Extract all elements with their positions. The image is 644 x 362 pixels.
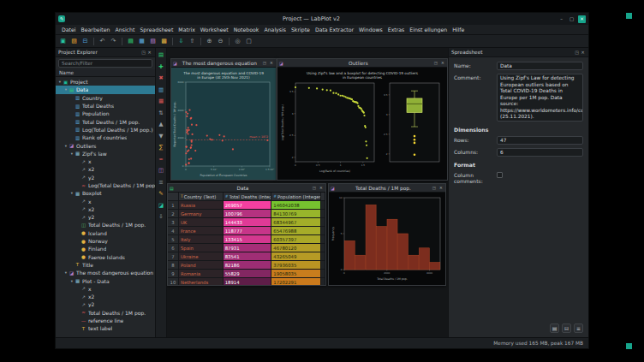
insert-row-icon[interactable]: ✚ xyxy=(157,62,165,71)
tree-column-header[interactable]: Name xyxy=(56,69,155,77)
dock-float-icon[interactable]: ◳ xyxy=(140,50,146,55)
row-number-cell[interactable]: 3 xyxy=(168,218,179,227)
import-data-icon[interactable]: ⇩ xyxy=(176,37,186,46)
tree-item-iceland[interactable]: ●Iceland xyxy=(56,229,155,237)
row-number-cell[interactable]: 9 xyxy=(168,270,179,278)
population-cell[interactable]: 65476988 xyxy=(271,227,321,235)
deaths-cell[interactable]: 144433 xyxy=(224,218,272,227)
tree-item-faeroe-islands[interactable]: ●Faeroe Islands xyxy=(56,253,155,261)
save-project-icon[interactable]: ⊟ xyxy=(80,37,90,46)
subwindow-float-icon[interactable]: ◳ xyxy=(312,186,317,190)
column-header-item[interactable] xyxy=(168,193,179,201)
spreadsheet-table[interactable]: TCountry (Text)#Total Deaths (Integer)#P… xyxy=(168,193,325,285)
redo-icon[interactable]: ↷ xyxy=(109,37,118,46)
edit-icon[interactable]: ✎ xyxy=(157,189,165,198)
tree-item-log-total-deaths-1m-pop[interactable]: ≈Log(Total Deaths / 1M pop.) xyxy=(56,181,155,189)
population-cell[interactable]: 17202291 xyxy=(271,278,321,285)
new-worksheet-icon[interactable]: ▧ xyxy=(148,37,158,46)
deaths-cell[interactable]: 118777 xyxy=(224,227,272,235)
subwindow-data-spreadsheet[interactable]: ▤ Data ◳ ✕ TCountry (Text)#Total Deaths … xyxy=(167,183,326,286)
worksheet-view[interactable]: The most dangerous equation and COVID-19… xyxy=(171,68,276,180)
country-cell[interactable]: Russia xyxy=(179,201,224,210)
subwindow-float-icon[interactable]: ◳ xyxy=(432,186,437,190)
close-button[interactable]: ✕ xyxy=(578,15,586,23)
deaths-cell[interactable]: 100796 xyxy=(224,210,272,218)
undo-icon[interactable]: ↶ xyxy=(98,37,107,46)
zoom-out-icon[interactable]: ⊖ xyxy=(216,37,225,46)
menu-analysis[interactable]: Analysis xyxy=(261,27,289,33)
row-number-cell[interactable]: 6 xyxy=(168,244,179,252)
tree-item-x[interactable]: ↗x xyxy=(56,197,155,205)
menu-bearbeiten[interactable]: Bearbeiten xyxy=(79,27,113,33)
subwindow-float-icon[interactable]: ◳ xyxy=(433,61,438,65)
subwindow-titlebar[interactable]: ◪ Outliers ◳ ✕ xyxy=(277,59,447,68)
sort-descending-icon[interactable]: ▼ xyxy=(157,132,165,140)
normalize-icon[interactable]: ≡ xyxy=(157,178,165,187)
tree-item-data[interactable]: ▾▤Data xyxy=(56,86,155,93)
tree-item-x2[interactable]: ↗x2 xyxy=(56,293,155,300)
country-cell[interactable]: Ukraine xyxy=(179,252,224,261)
menu-windows[interactable]: Windows xyxy=(356,27,385,33)
subwindow-outliers[interactable]: ◪ Outliers ◳ ✕ Using Zipf's law and a bo… xyxy=(277,58,448,181)
name-field[interactable]: Data xyxy=(497,62,583,70)
deaths-cell[interactable]: 133415 xyxy=(224,235,272,244)
row-number-cell[interactable]: 7 xyxy=(168,252,179,261)
tree-item-total-deaths-1m-pop[interactable]: ▥Total Deaths / 1M pop. xyxy=(56,117,155,125)
menu-extras[interactable]: Extras xyxy=(385,27,408,33)
tree-item-the-most-dangerous-equation[interactable]: ▾◪The most dangerous equation xyxy=(56,269,155,276)
new-notebook-icon[interactable]: ▩ xyxy=(159,37,169,46)
population-cell[interactable]: 68344967 xyxy=(271,218,321,227)
worksheet-view[interactable]: 0510020004000Total Deaths / 1M pop.Frequ… xyxy=(329,193,445,285)
row-number-cell[interactable]: 1 xyxy=(168,201,179,210)
project-explorer-header[interactable]: Project Explorer ◳ ✕ xyxy=(56,48,155,57)
column-comments-checkbox[interactable] xyxy=(497,172,503,178)
tree-item-x2[interactable]: ↗x2 xyxy=(56,205,155,213)
population-cell[interactable]: 37936035 xyxy=(271,261,321,270)
deaths-cell[interactable]: 87931 xyxy=(224,244,272,252)
mask-values-icon[interactable]: ◫ xyxy=(157,166,165,175)
tree-item-outliers[interactable]: ▾◪Outliers xyxy=(56,141,155,149)
menu-einst-ellungen[interactable]: Einst ellungen xyxy=(407,27,450,33)
subwindow-titlebar[interactable]: ◪ Total Deaths / 1M pop. ◳ ✕ xyxy=(329,184,445,193)
new-project-icon[interactable]: ▣ xyxy=(58,37,68,46)
formula-icon[interactable]: ≈ xyxy=(157,155,165,163)
tree-item-y2[interactable]: ↗y2 xyxy=(56,174,155,181)
export-data-icon[interactable]: ⇧ xyxy=(188,37,197,46)
tree-item-text-label[interactable]: Ttext label xyxy=(56,324,155,332)
navigate-icon[interactable]: ◎ xyxy=(233,37,242,46)
zoom-in-icon[interactable]: ⊕ xyxy=(205,37,214,46)
comment-field[interactable]: Using Zipf's Law for detecting European … xyxy=(497,74,583,122)
tree-item-population[interactable]: ▥Population xyxy=(56,110,155,117)
column-header-country-text[interactable]: TCountry (Text) xyxy=(179,193,224,201)
load-template-icon[interactable]: ▤ xyxy=(550,323,559,333)
tree-item-plot-data[interactable]: ▾▦Plot - Data xyxy=(56,276,155,284)
menu-skripte[interactable]: Skripte xyxy=(289,27,313,33)
subwindow-close-icon[interactable]: ✕ xyxy=(319,186,324,190)
deaths-cell[interactable]: 83541 xyxy=(224,252,272,261)
subwindow-titlebar[interactable]: ▤ Data ◳ ✕ xyxy=(168,184,325,193)
population-cell[interactable]: 46780120 xyxy=(271,244,321,252)
options-icon[interactable]: ≡ xyxy=(574,323,583,333)
subwindow-float-icon[interactable]: ◳ xyxy=(262,61,267,65)
country-cell[interactable]: France xyxy=(179,227,224,235)
population-cell[interactable]: 84130769 xyxy=(271,210,321,218)
dock-float-icon[interactable]: ◳ xyxy=(574,50,580,55)
subwindow-close-icon[interactable]: ✕ xyxy=(438,186,444,190)
tree-item-total-deaths[interactable]: ▥Total Deaths xyxy=(56,102,155,110)
tree-item-country[interactable]: ▥Country xyxy=(56,94,155,102)
country-cell[interactable]: Poland xyxy=(179,261,224,270)
deaths-cell[interactable]: 18914 xyxy=(224,278,272,285)
row-number-cell[interactable]: 5 xyxy=(168,235,179,244)
properties-dock-header[interactable]: Spreadsheet ◳ ✕ xyxy=(449,48,588,57)
open-project-icon[interactable]: ▨ xyxy=(69,37,79,46)
row-number-cell[interactable]: 2 xyxy=(168,210,179,218)
titlebar[interactable]: ✎ Project — LabPlot v2 – ▢ ✕ xyxy=(56,13,588,25)
sort-ascending-icon[interactable]: ▲ xyxy=(157,120,165,128)
export-spreadsheet-icon[interactable]: ⇩ xyxy=(157,212,165,221)
subwindow-titlebar[interactable]: ◪ The most dangerous equation ◳ ✕ xyxy=(171,59,276,68)
remove-row-icon[interactable]: ✖ xyxy=(157,74,165,82)
column-header-population-integer[interactable]: #Population (Integer) xyxy=(271,193,321,201)
menu-notebook[interactable]: Notebook xyxy=(231,27,262,33)
worksheet-view[interactable]: Using Zipf's law and a boxplot for detec… xyxy=(277,68,447,180)
row-number-cell[interactable]: 10 xyxy=(168,278,179,285)
